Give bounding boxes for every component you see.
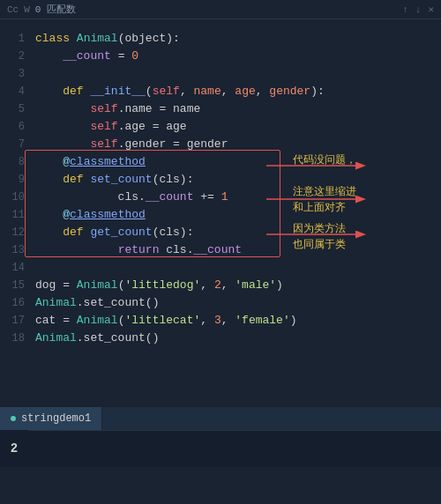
toolbar-icon-match: 0 匹配数 (35, 3, 76, 16)
annotation-note-3: 因为类方法 也同属于类 (293, 220, 381, 252)
code-line-1: class Animal(object): (35, 30, 434, 48)
tab-area: stringdemo1 (0, 407, 441, 430)
annotation-note-2: 注意这里缩进 和上面对齐 (293, 183, 381, 215)
bottom-status-bar: 2 (0, 430, 441, 467)
annotation-note-1: 代码没问题， (293, 152, 381, 167)
toolbar-down-icon[interactable]: ↓ (415, 4, 422, 15)
code-line-4: def __init__(self, name, age, gender): (35, 83, 434, 100)
code-line-3 (35, 65, 434, 83)
toolbar-icon-w[interactable]: W (24, 4, 30, 15)
toolbar-icon-cc[interactable]: Cc (7, 4, 19, 15)
line-number-indicator: 2 (0, 430, 28, 467)
tab-dot (11, 416, 16, 421)
tab-label: stringdemo1 (21, 412, 91, 425)
code-line-5: self.name = name (35, 100, 434, 118)
code-line-6: self.age = age (35, 118, 434, 136)
toolbar-up-icon[interactable]: ↑ (402, 4, 408, 15)
code-line-16: Animal.set_count() (35, 294, 434, 312)
code-line-17: cat = Animal('littlecat', 3, 'female') (35, 312, 434, 330)
top-bar: Cc W 0 匹配数 ↑ ↓ ✕ (0, 0, 441, 19)
code-line-18: Animal.set_count() (35, 330, 434, 347)
code-line-7: self.gender = gender (35, 136, 434, 153)
code-line-15: dog = Animal('littledog', 2, 'male') (35, 277, 434, 294)
code-line-14 (35, 259, 434, 277)
code-line-2: __count = 0 (35, 48, 434, 65)
editor-area: Cc W 0 匹配数 ↑ ↓ ✕ 1 2 3 4 5 6 7 8 9 10 11… (0, 0, 441, 467)
toolbar-close-icon[interactable]: ✕ (428, 4, 434, 15)
tab-stringdemo1[interactable]: stringdemo1 (0, 407, 102, 430)
